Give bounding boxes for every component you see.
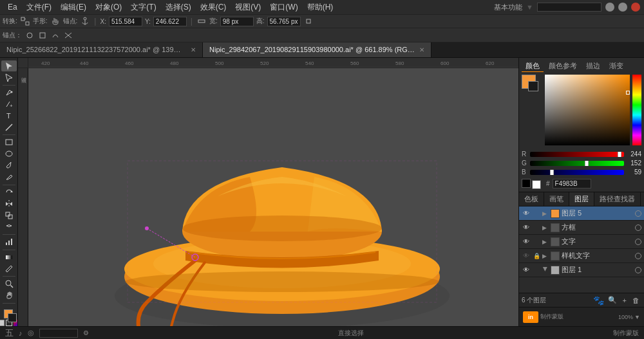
menu-text[interactable]: 文字(T) xyxy=(127,1,160,14)
close-button[interactable] xyxy=(631,3,640,12)
layer-item-0[interactable]: 👁 ▶ 图层 5 xyxy=(519,206,644,221)
layer-3-lock[interactable]: 🔒 xyxy=(533,253,540,259)
background-swatch[interactable] xyxy=(528,81,538,91)
layers-tab-pathfinder[interactable]: 路径查找器 xyxy=(594,192,641,206)
tab-0[interactable]: Nipic_25266822_20191211132237572000.ai* … xyxy=(0,42,203,57)
color-gradient-area[interactable] xyxy=(545,75,641,145)
link-icon[interactable] xyxy=(196,16,207,26)
layer-3-arrow[interactable]: ▶ xyxy=(542,253,549,259)
pencil-tool[interactable] xyxy=(1,172,17,183)
layer-add-btn[interactable]: + xyxy=(621,296,629,305)
corner-anchor-icon[interactable] xyxy=(37,31,48,40)
w-input[interactable] xyxy=(220,17,254,26)
status-input[interactable] xyxy=(39,329,78,338)
layer-0-circle[interactable] xyxy=(635,210,641,217)
anchor-icon[interactable] xyxy=(80,16,90,26)
menu-edit[interactable]: 编辑(E) xyxy=(57,1,90,14)
maximize-button[interactable] xyxy=(618,3,627,12)
pen-tool[interactable] xyxy=(1,87,17,98)
layers-tab-swatches[interactable]: 色板 xyxy=(519,192,544,206)
color-tab-color[interactable]: 颜色 xyxy=(522,60,544,72)
tab-0-close[interactable]: ✕ xyxy=(191,46,196,53)
transform-icon[interactable] xyxy=(20,16,30,26)
smooth-anchor-icon[interactable] xyxy=(24,31,35,40)
layer-2-arrow[interactable]: ▶ xyxy=(542,239,549,245)
line-tool[interactable] xyxy=(1,122,17,133)
status-settings-icon[interactable]: ⚙ xyxy=(83,329,89,336)
layer-3-circle[interactable] xyxy=(635,253,641,259)
cut-icon[interactable] xyxy=(63,31,73,40)
layer-item-1[interactable]: 👁 ▶ 方框 xyxy=(519,221,644,235)
rect-tool[interactable] xyxy=(1,137,17,148)
menu-object[interactable]: 对象(O) xyxy=(91,1,126,14)
layer-0-visibility[interactable]: 👁 xyxy=(522,209,531,218)
h-input[interactable] xyxy=(267,17,301,26)
menu-effect[interactable]: 效果(C) xyxy=(196,1,231,14)
curve-anchor-icon[interactable] xyxy=(50,31,61,40)
color-tab-stroke[interactable]: 描边 xyxy=(582,60,604,72)
menu-view[interactable]: 视图(V) xyxy=(231,1,265,14)
layers-tab-brush[interactable]: 画笔 xyxy=(544,192,569,206)
layers-tab-layers[interactable]: 图层 xyxy=(569,192,594,206)
color-tab-gradient[interactable]: 渐变 xyxy=(605,60,627,72)
y-input[interactable] xyxy=(153,17,187,26)
layer-3-visibility[interactable]: 👁 xyxy=(522,252,531,261)
brush-tool[interactable] xyxy=(1,160,17,171)
search-input[interactable] xyxy=(537,3,601,12)
layer-1-visibility[interactable]: 👁 xyxy=(522,223,531,232)
ellipse-tool[interactable] xyxy=(1,149,17,160)
color-swatches[interactable] xyxy=(1,307,17,318)
fg-bg-swatches[interactable] xyxy=(522,75,542,95)
menu-window[interactable]: 窗口(W) xyxy=(266,1,301,14)
layer-item-3[interactable]: 👁 🔒 ▶ 样机文字 xyxy=(519,249,644,263)
x-input[interactable] xyxy=(109,17,142,26)
layer-1-circle[interactable] xyxy=(635,224,641,231)
layer-0-arrow[interactable]: ▶ xyxy=(542,210,549,217)
zoom-tool[interactable] xyxy=(1,279,17,289)
hand-tool[interactable] xyxy=(1,290,17,301)
hex-input[interactable] xyxy=(553,179,591,188)
type-tool[interactable]: T xyxy=(1,110,17,121)
layer-4-circle[interactable] xyxy=(635,267,641,273)
eyedropper-tool[interactable] xyxy=(1,263,17,274)
layer-item-4[interactable]: 👁 ▶ 图层 1 xyxy=(519,263,644,277)
menu-help[interactable]: 帮助(H) xyxy=(303,1,337,14)
layer-search-btn[interactable]: 🔍 xyxy=(606,295,619,305)
background-color[interactable] xyxy=(8,313,17,322)
minimize-button[interactable] xyxy=(605,3,614,12)
hue-slider[interactable] xyxy=(632,75,641,145)
color-tab-reference[interactable]: 颜色参考 xyxy=(545,60,581,72)
fill-none[interactable] xyxy=(0,320,5,326)
constraint-icon[interactable] xyxy=(303,16,314,26)
rotate-tool[interactable] xyxy=(1,187,17,197)
layer-delete-btn[interactable]: 🗑 xyxy=(630,296,641,305)
scale-tool[interactable] xyxy=(1,210,17,221)
r-slider[interactable] xyxy=(530,152,624,157)
layer-1-arrow[interactable]: ▶ xyxy=(542,224,549,231)
tab-1[interactable]: Nipic_29842067_20190829115903980000.ai* … xyxy=(203,42,431,57)
menu-select[interactable]: 选择(S) xyxy=(162,1,195,14)
layer-4-visibility[interactable]: 👁 xyxy=(522,266,531,275)
zoom-dropdown[interactable]: ▼ xyxy=(634,314,640,320)
graph-tool[interactable] xyxy=(1,237,17,248)
properties-bar: 转换: 手形: 锚点: | X: Y: | 宽: 高: xyxy=(0,14,644,28)
color-gradient-box[interactable] xyxy=(545,75,630,145)
add-anchor-tool[interactable]: + xyxy=(1,98,17,109)
b-slider[interactable] xyxy=(530,170,624,175)
menu-ea[interactable]: Ea xyxy=(4,1,21,13)
menu-file[interactable]: 文件(F) xyxy=(23,1,55,14)
reflect-tool[interactable] xyxy=(1,198,17,209)
layer-item-2[interactable]: 👁 ▶ 文字 xyxy=(519,235,644,249)
direct-selection-tool[interactable] xyxy=(1,72,17,83)
hand-icon[interactable] xyxy=(50,16,61,26)
ruler-top: 420 440 460 480 500 520 540 560 580 600 … xyxy=(28,58,518,68)
g-slider[interactable] xyxy=(530,161,624,166)
tab-1-close[interactable]: ✕ xyxy=(419,46,424,53)
layer-2-visibility[interactable]: 👁 xyxy=(522,237,531,246)
warp-tool[interactable] xyxy=(1,221,17,232)
gradient-tool[interactable] xyxy=(1,252,17,262)
svg-rect-25 xyxy=(11,239,12,245)
layer-2-circle[interactable] xyxy=(635,239,641,245)
selection-tool[interactable] xyxy=(1,60,17,71)
layer-4-arrow[interactable]: ▶ xyxy=(542,267,549,273)
